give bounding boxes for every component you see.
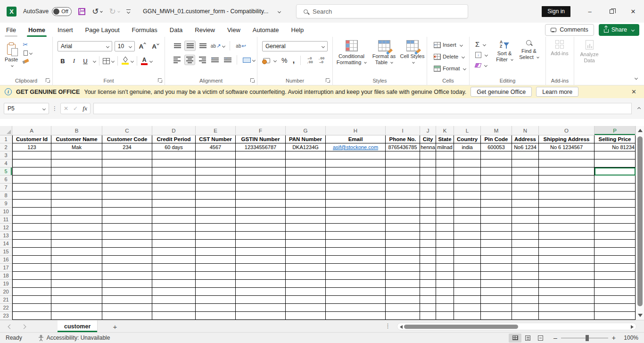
cell-G17[interactable] [286,264,326,272]
cell-L22[interactable] [454,304,481,312]
cell-B15[interactable] [51,248,102,256]
cell-J4[interactable] [420,159,436,167]
row-header-1[interactable]: 1 [0,135,12,143]
cell-K21[interactable] [436,296,454,304]
clear-button[interactable] [473,61,492,69]
row-header-13[interactable]: 13 [0,232,12,240]
cell-O13[interactable] [539,232,594,240]
column-header-K[interactable]: K [436,126,454,135]
cell-H15[interactable] [326,248,386,256]
dots-handle-icon[interactable]: ⋮ [52,105,58,112]
chevron-down-icon[interactable] [93,59,96,62]
restore-button[interactable] [601,0,622,23]
row-header-17[interactable]: 17 [0,264,12,272]
cell-E19[interactable] [196,280,236,288]
cell-F2[interactable]: 12334556787 [236,143,286,151]
cell-K2[interactable]: milnad [436,143,454,151]
cell-G10[interactable] [286,208,326,216]
learn-more-button[interactable]: Learn more [536,87,578,97]
insert-function-button[interactable]: fx [83,105,87,112]
cell-A8[interactable] [12,192,51,200]
cell-I11[interactable] [386,216,420,224]
cell-N7[interactable] [512,184,539,192]
cell-K10[interactable] [436,208,454,216]
cell-I13[interactable] [386,232,420,240]
underline-button[interactable]: U [80,56,91,66]
cell-P7[interactable] [594,184,636,192]
cell-J14[interactable] [420,240,436,248]
cell-E9[interactable] [196,200,236,208]
cell-K16[interactable] [436,256,454,264]
cell-P3[interactable] [594,151,636,159]
cell-J8[interactable] [420,192,436,200]
cell-N14[interactable] [512,240,539,248]
cell-H5[interactable] [326,167,386,176]
cell-B20[interactable] [51,288,102,296]
cell-F20[interactable] [236,288,286,296]
cell-J19[interactable] [420,280,436,288]
cell-D8[interactable] [152,192,196,200]
redo-button[interactable]: ↻ [109,7,119,17]
cell-M5[interactable] [481,167,512,176]
cell-F9[interactable] [236,200,286,208]
cell-A21[interactable] [12,296,51,304]
cell-M8[interactable] [481,192,512,200]
cell-P14[interactable] [594,240,636,248]
email-link[interactable]: asif@stockone.com [333,144,378,150]
cell-P23[interactable] [594,312,636,320]
cell-E2[interactable]: 4567 [196,143,236,151]
cell-E13[interactable] [196,232,236,240]
cell-B4[interactable] [51,159,102,167]
cell-A1[interactable]: Customer Id [12,135,51,143]
cell-J10[interactable] [420,208,436,216]
tab-review[interactable]: Review [189,23,221,37]
cell-D2[interactable]: 60 days [152,143,196,151]
delete-cells-button[interactable]: Delete [432,51,469,62]
cell-G21[interactable] [286,296,326,304]
cell-A12[interactable] [12,224,51,232]
cell-D11[interactable] [152,216,196,224]
cell-E17[interactable] [196,264,236,272]
cell-H21[interactable] [326,296,386,304]
cell-I14[interactable] [386,240,420,248]
sign-in-button[interactable]: Sign in [542,6,570,17]
cell-K13[interactable] [436,232,454,240]
cell-D22[interactable] [152,304,196,312]
cell-C2[interactable]: 234 [102,143,152,151]
cell-J22[interactable] [420,304,436,312]
active-cell-P5[interactable] [594,167,636,176]
cell-G20[interactable] [286,288,326,296]
cell-O16[interactable] [539,256,594,264]
cell-B11[interactable] [51,216,102,224]
cell-F14[interactable] [236,240,286,248]
name-box[interactable]: P5 [4,103,49,114]
cell-N18[interactable] [512,272,539,280]
cell-P20[interactable] [594,288,636,296]
cell-H12[interactable] [326,224,386,232]
cell-I17[interactable] [386,264,420,272]
autosave-toggle[interactable]: Off [52,7,72,16]
wrap-text-button[interactable]: ab↩ [234,41,248,51]
borders-button[interactable] [103,58,114,64]
cell-E10[interactable] [196,208,236,216]
analyze-data-button[interactable]: Analyze Data [574,37,604,64]
cell-A17[interactable] [12,264,51,272]
cell-F5[interactable] [236,167,286,176]
cell-A4[interactable] [12,159,51,167]
cell-J7[interactable] [420,184,436,192]
cell-H11[interactable] [326,216,386,224]
cell-M11[interactable] [481,216,512,224]
accounting-format-button[interactable] [261,55,278,66]
cell-D17[interactable] [152,264,196,272]
cell-M10[interactable] [481,208,512,216]
cell-P10[interactable] [594,208,636,216]
row-header-11[interactable]: 11 [0,216,12,224]
cell-N20[interactable] [512,288,539,296]
cell-L10[interactable] [454,208,481,216]
row-header-7[interactable]: 7 [0,184,12,192]
cell-P9[interactable] [594,200,636,208]
row-header-15[interactable]: 15 [0,248,12,256]
cell-G18[interactable] [286,272,326,280]
cell-P11[interactable] [594,216,636,224]
cell-G23[interactable] [286,312,326,320]
